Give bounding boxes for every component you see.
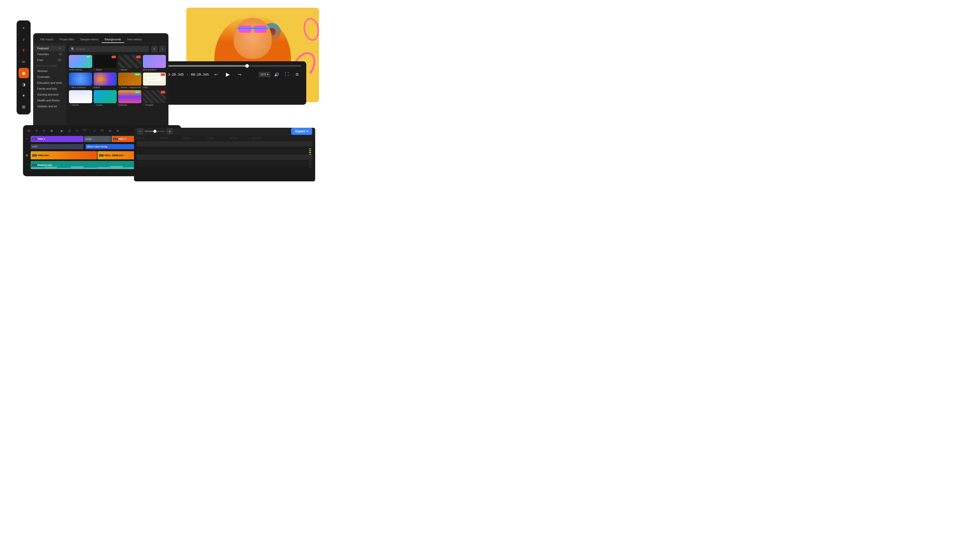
bg-item-coast[interactable]: ⤓ Coast (94, 90, 117, 106)
bg-item-coupon-thumb[interactable]: 🔴 (143, 90, 166, 103)
category-education[interactable]: Education and work (34, 80, 65, 86)
bg-item-bokeh-thumb[interactable] (94, 73, 117, 86)
vol-meter-2 (309, 150, 311, 151)
clip-video-mov-1[interactable]: fx·1 Video.mov (30, 151, 97, 160)
bg-item-black[interactable]: 🔴 ⤓ Black (94, 55, 117, 71)
settings-button[interactable]: ⚙ (293, 70, 301, 78)
main-track-2[interactable] (137, 148, 313, 153)
category-featured[interactable]: Featured 40 (34, 45, 65, 51)
bg-item-blue-gradient-thumb[interactable] (143, 55, 166, 68)
music-button[interactable]: ♪ (19, 34, 29, 45)
track-1-eye-icon[interactable]: 👁 (26, 138, 28, 140)
clip-video-15666-label: Video_15666.mov (104, 154, 124, 156)
grid-button[interactable]: ⊞ (19, 102, 29, 112)
tl-clock2-button[interactable]: ⏱ (100, 128, 105, 134)
sort-button[interactable]: ⇅ (151, 46, 158, 53)
tl-merge-button[interactable]: ⊕ (115, 128, 121, 134)
video-progress-bar[interactable] (166, 65, 301, 67)
bg-item-contrast-thumb[interactable]: NEW (118, 90, 142, 103)
aspect-ratio-button[interactable]: 16:9 ▾ (259, 72, 270, 77)
category-family[interactable]: Family and kids (34, 86, 65, 91)
bg-item-brown[interactable]: NEW ⤓ Brown - cappuccino (118, 73, 142, 89)
tab-project-files[interactable]: Project files (56, 36, 77, 43)
zoom-thumb[interactable] (153, 130, 156, 133)
fullscreen-button[interactable]: ⛶ (283, 70, 291, 78)
bg-item-black-thumb[interactable]: 🔴 (94, 55, 117, 68)
volume-button[interactable]: 🔊 (272, 70, 281, 78)
bg-item-blue-gradient[interactable]: Blue gradient (143, 55, 166, 71)
bg-item-black-label: ⤓ Black (94, 69, 117, 71)
bg-item-clouds-label: ⤓ Clouds (69, 104, 92, 106)
main-track-3[interactable] (137, 154, 313, 160)
tab-backgrounds[interactable]: Backgrounds (102, 36, 124, 43)
bg-item-chat[interactable]: 🔴 Chat (143, 73, 166, 89)
bg-item-clouds-thumb[interactable] (69, 90, 92, 103)
zoom-in-button[interactable]: + (167, 128, 173, 134)
tl-cut-button[interactable]: ✂ (74, 128, 80, 134)
text-button[interactable]: T (19, 45, 29, 56)
bg-item-arctic-thumb[interactable]: NEW (69, 55, 92, 68)
bg-item-chat-thumb[interactable]: 🔴 (143, 73, 166, 86)
brush-button[interactable]: ◉ (19, 68, 29, 78)
category-free[interactable]: Free 39 (34, 57, 65, 63)
zoom-slider[interactable] (145, 131, 165, 132)
bg-item-blue-gradient-label: Blue gradient (143, 69, 166, 71)
category-hobbies[interactable]: Hobbies and art (34, 104, 65, 109)
tab-file-import[interactable]: File import (37, 36, 56, 43)
effects-button[interactable]: ✂ (19, 57, 29, 67)
tl-shield-button[interactable]: ⛉ (82, 128, 88, 134)
tl-filter-button[interactable]: ⊟ (26, 128, 32, 134)
music-icon: ♪ (23, 37, 25, 41)
tab-sample-videos[interactable]: Sample videos (77, 36, 102, 43)
tl-resize-button[interactable]: ⤢ (92, 128, 97, 134)
tl-loop-button[interactable]: ⊙ (67, 128, 72, 134)
bg-item-brown-thumb[interactable]: NEW (118, 73, 142, 86)
rewind-button[interactable]: ↩ (212, 70, 220, 78)
category-health[interactable]: Health and fitness (34, 97, 65, 103)
bg-item-blocks[interactable]: 🔴 ⤓ Blocks (118, 55, 142, 71)
bg-item-clouds[interactable]: ⤓ Clouds (69, 90, 92, 106)
track-4-icon[interactable]: ♪ (26, 164, 27, 166)
main-track-1[interactable] (137, 141, 313, 147)
add-button[interactable]: + (19, 23, 29, 33)
grid-icon: ⊞ (22, 104, 25, 109)
bg-item-contrast[interactable]: NEW Contrast (118, 90, 142, 106)
main-track-4[interactable] (137, 161, 313, 166)
category-gaming[interactable]: Gaming and tech (34, 92, 65, 97)
tl-separator-1 (57, 129, 57, 133)
export-button[interactable]: Export ▾ (291, 128, 312, 135)
forward-button[interactable]: ↪ (235, 70, 244, 78)
clip-hello[interactable]: Hello (30, 144, 83, 149)
bg-item-blocks-thumb[interactable]: 🔴 (118, 55, 142, 68)
tab-intro-videos[interactable]: Intro videos (124, 36, 145, 43)
search-input[interactable] (76, 48, 147, 51)
category-cinematic[interactable]: Cinematic (34, 74, 65, 80)
play-icon: ▶ (226, 71, 230, 77)
clip-title-4-1[interactable]: fx·1 Tittle 4 (30, 136, 83, 142)
clock-button[interactable]: ◑ (19, 79, 29, 89)
bg-item-coast-thumb[interactable] (94, 90, 117, 103)
vol-meter-4 (309, 154, 311, 155)
play-button[interactable]: ▶ (223, 70, 232, 79)
tl-redo-button[interactable]: ↻ (41, 128, 47, 134)
bg-item-coupon[interactable]: 🔴 ⤓ Coupon (143, 90, 166, 106)
tl-undo-button[interactable]: ↺ (34, 128, 39, 134)
search-input-wrap[interactable]: 🔍 (69, 46, 149, 52)
bg-item-blue-sunburst[interactable]: ⤓ Blue Sunburst (69, 73, 92, 89)
download-button[interactable]: ⤓ (159, 46, 166, 53)
bg-item-arctic[interactable]: NEW Arctic aurora (69, 55, 92, 71)
add-icon: + (22, 26, 25, 30)
tl-play-button[interactable]: ▶ (59, 128, 65, 134)
zoom-out-button[interactable]: − (137, 128, 143, 134)
tl-delete-button[interactable]: 🗑 (49, 128, 55, 134)
bg-item-blue-sunburst-thumb[interactable] (69, 73, 92, 86)
bg-item-bokeh[interactable]: Bokeh (94, 73, 117, 89)
video-progress-thumb[interactable] (245, 64, 249, 68)
category-favorites[interactable]: Favorites 3 (34, 51, 65, 57)
track-3-eye-icon[interactable]: 📷 (25, 154, 28, 156)
category-family-label: Family and kids (37, 87, 57, 90)
magic-button[interactable]: ✦ (19, 91, 29, 101)
tl-link-button[interactable]: ⇌ (107, 128, 113, 134)
category-abstract[interactable]: Abstract (34, 68, 65, 74)
clip-smail[interactable]: Smail (84, 136, 111, 142)
